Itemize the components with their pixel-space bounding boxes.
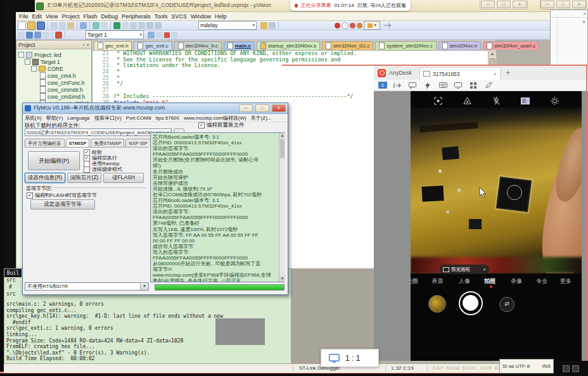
checkbox-icon[interactable]: ✓ xyxy=(198,122,205,128)
new-connection-icon[interactable] xyxy=(392,81,402,90)
project-pin-icon[interactable]: ▪ xyxy=(83,42,84,47)
flash-off-icon[interactable] xyxy=(492,96,501,106)
build-icon[interactable] xyxy=(26,32,33,39)
ai-mode-icon[interactable] xyxy=(463,96,472,106)
tree-item-file[interactable]: core_cmSimd.h xyxy=(18,93,91,100)
smart-scene-icon[interactable] xyxy=(433,96,443,106)
open-file-icon[interactable] xyxy=(27,22,35,30)
menu-debug[interactable]: Debug xyxy=(99,13,120,20)
mode-aperture[interactable]: 光圈 xyxy=(411,277,418,285)
tree-item-file[interactable]: core_cmInstr.h xyxy=(18,86,91,93)
gallery-thumbnail[interactable] xyxy=(428,295,446,313)
menu-peripherals[interactable]: Peripherals xyxy=(120,13,153,20)
scrollbar-thumb[interactable] xyxy=(280,139,284,158)
scroll-down-icon[interactable]: ▼ xyxy=(279,276,285,282)
erase-chip-button[interactable]: 清除芯片(Z) xyxy=(67,173,101,183)
tree-item-core-group[interactable]: - CORE xyxy=(18,65,91,72)
find-in-files-icon[interactable] xyxy=(260,22,267,29)
maximize-button[interactable]: □ xyxy=(497,1,511,8)
forward-icon[interactable] xyxy=(101,22,108,29)
set-option-bytes-button[interactable]: 设定选项字节等 xyxy=(30,199,95,210)
flymcu-tab-stmiap[interactable]: 免费STMIAP xyxy=(91,139,124,147)
pill-close-icon[interactable]: × xyxy=(483,266,486,272)
editor-tab-stm32f4xx-it-c[interactable]: stm32f4xx_it.c xyxy=(174,41,222,50)
menu-file[interactable]: File xyxy=(17,13,30,20)
flymcu-menu-port[interactable]: Port:COM8 xyxy=(126,115,151,121)
shutter-button[interactable] xyxy=(459,291,483,315)
menu-tools[interactable]: Tools xyxy=(152,13,169,20)
start-programming-button[interactable]: 开始编程(P) xyxy=(28,151,80,170)
find-combo[interactable]: mdelay ▾ xyxy=(198,21,257,30)
comment-icon[interactable] xyxy=(146,22,153,29)
bookmark-clear-icon[interactable] xyxy=(122,22,129,29)
copy-icon[interactable] xyxy=(59,22,66,29)
periodic-update-icon[interactable] xyxy=(171,32,178,39)
tree-item-file[interactable]: core_cm4.h xyxy=(18,72,91,79)
mode-more[interactable]: 更多 xyxy=(560,277,572,285)
configure-wrench-icon[interactable] xyxy=(384,23,392,28)
disable-breakpoint-icon[interactable] xyxy=(350,23,355,28)
mode-portrait[interactable]: 人像 xyxy=(459,277,470,285)
anydesk-session-tab[interactable]: 317541653 × xyxy=(419,67,501,80)
flymcu-menu-system[interactable]: 系统(X) xyxy=(25,115,42,122)
flash-download-icon[interactable] xyxy=(55,32,62,39)
scroll-up-icon[interactable]: ▲ xyxy=(489,50,496,57)
keyboard-icon[interactable] xyxy=(438,81,448,90)
tab-close-icon[interactable]: × xyxy=(494,71,497,77)
monitor-1-badge[interactable]: 1 xyxy=(378,82,387,89)
window-layout-combo[interactable]: ▾ xyxy=(364,21,380,30)
paste-icon[interactable] xyxy=(67,22,74,29)
flymcu-minimize-button[interactable]: ─ xyxy=(239,104,253,112)
log-scrollbar[interactable]: ▲ ▼ xyxy=(279,133,285,282)
panel-scroll-up-icon[interactable]: ▲ xyxy=(582,19,586,23)
target-select-combo[interactable]: Target 1 ▾ xyxy=(86,30,144,39)
breakpoint-icon[interactable] xyxy=(342,22,348,29)
uncomment-icon[interactable] xyxy=(155,22,162,29)
preview-frame-pill[interactable]: 预览画框 × xyxy=(440,265,489,274)
menu-view[interactable]: View xyxy=(44,13,60,20)
option-continuous[interactable]: 连续烧录模式 xyxy=(84,166,122,173)
permissions-icon[interactable] xyxy=(468,81,478,90)
mode-photo[interactable]: 拍照 xyxy=(484,277,495,285)
outdent-icon[interactable] xyxy=(138,22,145,29)
flymcu-titlebar[interactable]: FlyMcu V0.188--单片机在线编程专家-www.mcuisp.com … xyxy=(23,103,288,114)
flymcu-tab-universal[interactable]: 手持万用编程器 xyxy=(25,139,65,147)
draw-pen-icon[interactable] xyxy=(483,81,494,90)
tray-icon[interactable] xyxy=(563,365,570,372)
new-session-tab-button[interactable]: + xyxy=(506,68,510,77)
scroll-up-icon[interactable]: ▲ xyxy=(279,133,285,139)
editor-tab-system-stm32f4xx-c[interactable]: system_stm32f4xx.c xyxy=(375,41,436,50)
undo-icon[interactable] xyxy=(80,22,87,29)
tree-item-file[interactable]: core_cmFunc.h xyxy=(18,79,91,86)
flymcu-menu-help[interactable]: 帮助(Y) xyxy=(46,115,63,122)
flymcu-menu-bps[interactable]: bps:57600 xyxy=(156,115,179,121)
kill-breakpoints-icon[interactable] xyxy=(357,23,362,28)
editor-tab-main-c[interactable]: main.c xyxy=(224,41,255,50)
editor-tab-stm32f4xx-h[interactable]: stm32f4xx.h xyxy=(438,41,481,50)
collapse-icon[interactable]: - xyxy=(18,52,24,58)
build-pane-tab[interactable]: Buil xyxy=(4,269,22,277)
maximize-button[interactable]: □ xyxy=(556,1,570,8)
file-extensions-icon[interactable] xyxy=(156,32,163,39)
collapse-icon[interactable]: - xyxy=(31,66,37,72)
menu-project[interactable]: Project xyxy=(60,13,81,20)
menu-help[interactable]: Help xyxy=(213,13,229,20)
target-options-icon[interactable] xyxy=(148,32,155,39)
batch-build-icon[interactable] xyxy=(42,32,49,39)
read-device-info-button[interactable]: 读器件信息(R) xyxy=(25,173,65,183)
translate-icon[interactable] xyxy=(18,32,25,39)
tray-icon[interactable] xyxy=(572,365,579,372)
flymcu-reload-checkbox[interactable]: ✓ 编程前重装文件 xyxy=(198,122,245,129)
indent-icon[interactable] xyxy=(130,22,137,29)
back-icon[interactable] xyxy=(93,22,99,29)
display-settings-icon[interactable] xyxy=(453,81,463,90)
filters-icon[interactable] xyxy=(521,96,530,106)
dropdown-arrow-icon[interactable]: ▼ xyxy=(140,283,148,290)
menu-flash[interactable]: Flash xyxy=(81,13,99,20)
project-panel-header[interactable]: Project ▪ × xyxy=(16,41,91,49)
flymcu-tab-nxp[interactable]: NXP ISP xyxy=(125,139,150,147)
mode-pro[interactable]: 专业 xyxy=(536,277,547,285)
editor-tab-stm32f4xx-usart-c[interactable]: stm32f4xx_usart.c xyxy=(483,41,539,50)
minimize-button[interactable]: ─ xyxy=(481,1,495,8)
mode-night[interactable]: 夜景 xyxy=(432,277,444,285)
